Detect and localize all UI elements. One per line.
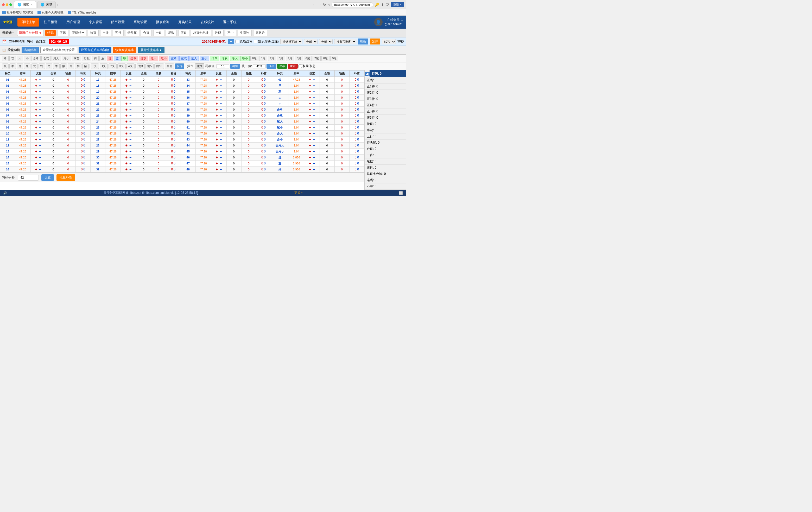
bet-btn-single[interactable]: 单 (2, 56, 8, 61)
minus-button[interactable]: − (38, 149, 41, 153)
plus-button[interactable]: + (35, 125, 38, 129)
plus-button[interactable]: + (125, 125, 128, 129)
close-dot[interactable] (2, 3, 5, 6)
plus-button[interactable]: + (309, 78, 312, 82)
plus-button[interactable]: + (215, 95, 219, 100)
plus-button[interactable]: + (309, 161, 312, 165)
bet-btn-front[interactable]: 前 (92, 56, 99, 61)
cell-set[interactable]: + − (121, 137, 136, 143)
bet-btn-horse[interactable]: 马 (46, 63, 52, 69)
plus-button[interactable]: + (35, 95, 38, 100)
bet-btn-tail-3[interactable]: 3尾 (277, 56, 285, 61)
lottery-dropdown[interactable]: 新澳门六合彩 ▼ (17, 30, 44, 36)
correct-zodiac-button[interactable]: 正肖 (178, 30, 189, 36)
plus-button[interactable]: + (215, 149, 219, 153)
minus-button[interactable]: − (219, 119, 222, 124)
cell-set[interactable]: + − (121, 154, 136, 160)
back-button[interactable]: ← (313, 3, 316, 7)
plus-button[interactable]: + (125, 101, 128, 106)
plus-button[interactable]: + (125, 161, 128, 165)
bet-btn-goat[interactable]: 羊 (53, 63, 60, 69)
minus-button[interactable]: − (219, 101, 222, 106)
maximize-dot[interactable] (9, 3, 12, 6)
minus-button[interactable]: − (312, 108, 315, 112)
plus-button[interactable]: + (125, 90, 128, 94)
plus-button[interactable]: + (125, 138, 128, 142)
minus-button[interactable]: − (38, 155, 41, 159)
bet-btn-red[interactable]: 红 (107, 56, 113, 61)
bet-btn-tail-7[interactable]: 7尾 (313, 56, 321, 61)
plus-button[interactable]: + (309, 131, 312, 135)
bet-btn-combo-single[interactable]: 合单 (31, 56, 40, 61)
minus-button[interactable]: − (129, 138, 132, 142)
minus-button[interactable]: − (312, 161, 315, 165)
bet-btn-big[interactable]: 大 (17, 56, 23, 61)
no-hit-button[interactable]: 不中 (225, 30, 236, 36)
total-checkbox-label[interactable]: 总项盈亏 (235, 39, 252, 44)
special-bonus-input[interactable] (18, 175, 39, 181)
add-result-button[interactable]: + (228, 39, 234, 44)
bet-btn-head-3[interactable]: 3头 (117, 63, 125, 69)
nav-item-warning[interactable]: 注单预警 (40, 18, 62, 27)
plus-button[interactable]: + (35, 131, 38, 135)
minus-button[interactable]: − (129, 78, 132, 82)
forward-button[interactable]: → (318, 3, 321, 7)
minus-button[interactable]: − (38, 167, 41, 172)
nav-item-report[interactable]: 报表查询 (152, 18, 174, 27)
plus-button[interactable]: + (35, 155, 38, 159)
bookmark-3[interactable]: TG: @tianmeibbs (68, 11, 96, 14)
combo-button[interactable]: 连码 (213, 30, 224, 36)
bet-btn-tail-6[interactable]: 6尾 (304, 56, 312, 61)
set-bonus-button[interactable]: 设置 (41, 174, 54, 181)
cell-set[interactable]: + − (211, 107, 226, 113)
bookmark-1[interactable]: 程序搭建/开发/修复 (2, 10, 33, 14)
cell-set[interactable]: + − (121, 95, 136, 101)
plus-button[interactable]: + (309, 114, 312, 118)
minus-button[interactable]: − (129, 161, 132, 165)
home-button[interactable]: ⌂ (328, 3, 330, 7)
minus-button[interactable]: − (38, 161, 41, 165)
bet-btn-tail-0[interactable]: 0尾 (250, 56, 258, 61)
head-tail-button[interactable]: 特头尾 (125, 30, 139, 36)
nav-item-personal[interactable]: 个人管理 (85, 18, 107, 27)
minus-button[interactable]: − (129, 114, 132, 118)
cell-set[interactable]: + − (121, 167, 136, 173)
minus-button[interactable]: − (312, 167, 315, 172)
address-bar[interactable] (331, 2, 373, 7)
half-wave-button[interactable]: 半波 (100, 30, 111, 36)
bet-btn-green-single[interactable]: 绿单 (210, 56, 219, 61)
plus-button[interactable]: + (309, 125, 312, 129)
sort-select[interactable]: 按盈亏排序 (334, 39, 356, 44)
minus-button[interactable]: − (38, 125, 41, 129)
cell-set[interactable]: + − (304, 167, 320, 173)
cell-set[interactable]: + − (304, 119, 320, 125)
bet-btn-blue-single[interactable]: 蓝单 (169, 56, 178, 61)
plus-button[interactable]: + (309, 167, 312, 172)
bet-btn-green-small[interactable]: 绿小 (240, 56, 250, 61)
plus-button[interactable]: + (215, 90, 219, 94)
plus-button[interactable]: + (125, 95, 128, 100)
minus-button[interactable]: − (219, 155, 222, 159)
minus-button[interactable]: − (38, 84, 41, 88)
cell-set[interactable]: + − (30, 137, 46, 143)
bet-btn-ox[interactable]: 牛 (9, 63, 16, 69)
bet-btn-tail-big[interactable]: 尾大 (52, 56, 61, 61)
save-button[interactable]: 保存 (277, 64, 287, 69)
bet-btn-red-single[interactable]: 红单 (128, 56, 138, 61)
nav-item-system[interactable]: 系统设置 (129, 18, 151, 27)
reset-button[interactable]: 重置 (288, 64, 298, 69)
bet-btn-tail-9[interactable]: 9尾 (330, 56, 338, 61)
nav-item-users[interactable]: 用户管理 (62, 18, 84, 27)
minus-button[interactable]: − (312, 149, 315, 153)
expand-quick-rate-button[interactable]: 展开快捷赔率▲ (138, 47, 165, 53)
adjust-value-input[interactable] (216, 64, 229, 68)
cell-set[interactable]: + − (121, 130, 136, 137)
minus-button[interactable]: − (38, 143, 41, 148)
cell-set[interactable]: + − (304, 83, 320, 89)
minus-button[interactable]: − (219, 131, 222, 135)
cell-set[interactable]: + − (121, 125, 136, 130)
cell-set[interactable]: + − (211, 160, 226, 167)
bet-btn-head-1[interactable]: 1头 (100, 63, 108, 69)
nav-item-odds[interactable]: 赔率设置 (107, 18, 129, 27)
tables-scroll-container[interactable]: 种类 赔率 设置 金额 输赢 补货 种类 赔率 设置 金额 输赢 补货 种类 赔… (0, 70, 365, 173)
